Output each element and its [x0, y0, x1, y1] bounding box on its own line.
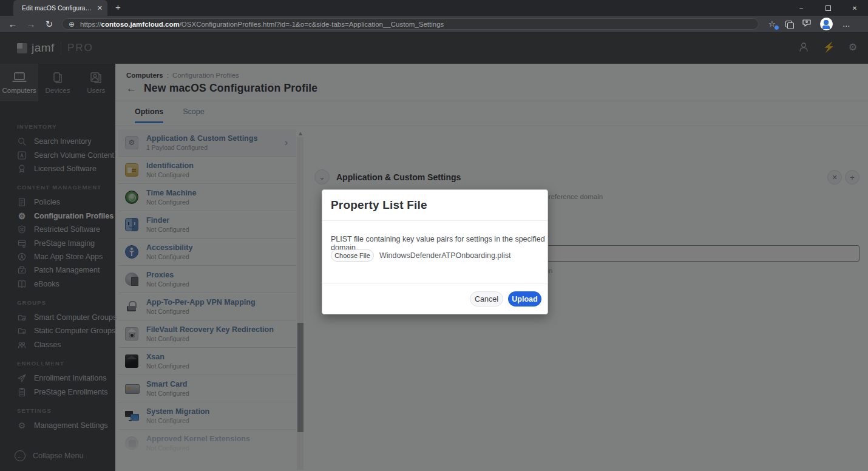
- modal-cancel-button[interactable]: Cancel: [470, 291, 503, 307]
- forward-button[interactable]: →: [22, 19, 40, 29]
- share-icon[interactable]: [802, 18, 812, 30]
- divider: [322, 220, 548, 221]
- browser-tab[interactable]: Edit macOS Configuration Profile ✕: [13, 0, 107, 16]
- browser-tab-title: Edit macOS Configuration Profile: [22, 4, 93, 12]
- jamf-page: jamf PRO ⚡ ⚙ Computers Devices: [0, 32, 868, 471]
- url-text: https://contoso.jamfcloud.com/OSXConfigu…: [80, 21, 444, 28]
- selected-file-name: WindowsDefenderATPOnboarding.plist: [379, 251, 511, 260]
- site-info-icon[interactable]: ⊕: [69, 20, 75, 29]
- address-bar[interactable]: ⊕ https://contoso.jamfcloud.com/OSXConfi…: [62, 18, 759, 30]
- favorites-badge: [774, 25, 779, 30]
- modal-title: Property List File: [331, 198, 427, 212]
- browser-menu-icon[interactable]: …: [843, 19, 850, 29]
- property-list-file-modal: Property List File PLIST file containing…: [322, 189, 548, 314]
- window-minimize-button[interactable]: –: [788, 0, 815, 16]
- collections-icon[interactable]: [785, 21, 792, 27]
- browser-toolbar: ← → ↻ ⊕ https://contoso.jamfcloud.com/OS…: [0, 16, 868, 32]
- profile-avatar[interactable]: [820, 18, 833, 30]
- browser-tabstrip: Edit macOS Configuration Profile ✕ + – ✕: [0, 0, 868, 16]
- new-tab-button[interactable]: +: [115, 2, 121, 12]
- tab-close-icon[interactable]: ✕: [97, 4, 103, 12]
- modal-upload-button[interactable]: Upload: [508, 291, 541, 307]
- favorites-star-icon[interactable]: ☆: [768, 19, 776, 29]
- browser-window: Edit macOS Configuration Profile ✕ + – ✕…: [0, 0, 868, 471]
- back-button[interactable]: ←: [4, 19, 22, 29]
- refresh-button[interactable]: ↻: [40, 19, 58, 30]
- divider: [322, 283, 548, 283]
- window-close-button[interactable]: ✕: [841, 0, 868, 16]
- choose-file-button[interactable]: Choose File: [331, 249, 374, 262]
- window-maximize-button[interactable]: [815, 0, 841, 16]
